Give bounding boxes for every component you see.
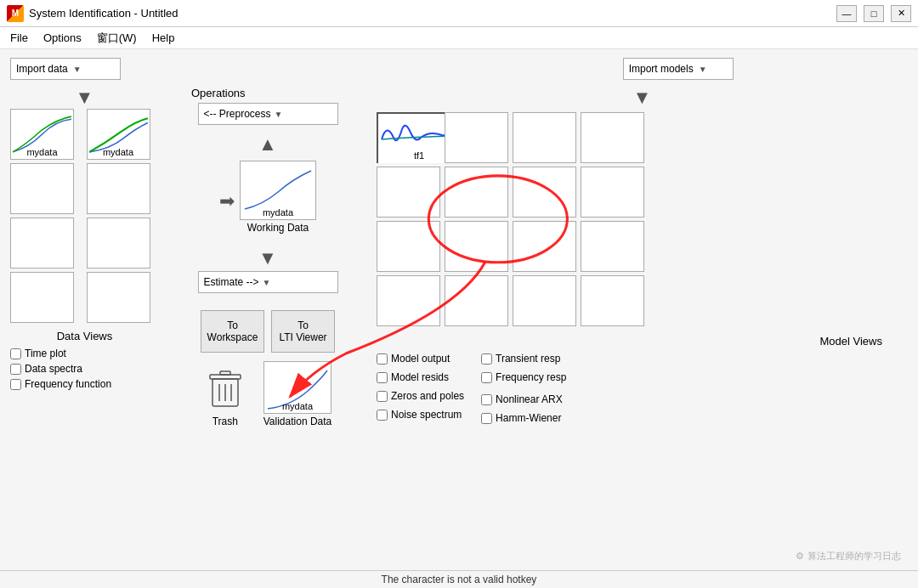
up-arrow-preprocess: ▲ <box>258 135 277 154</box>
status-bar: The character is not a valid hotkey <box>0 570 918 588</box>
menu-help[interactable]: Help <box>145 30 182 46</box>
freqfunc-checkbox-item: Frequency function <box>10 378 159 390</box>
model-cell-r4c4[interactable] <box>581 275 644 326</box>
timeplot-checkbox[interactable] <box>10 348 21 359</box>
title-bar: M System Identification - Untitled — □ ✕ <box>0 0 918 27</box>
data-cell-r4r[interactable] <box>87 272 150 323</box>
model-cell-r4c1[interactable] <box>377 275 440 326</box>
model-grid-row-2 <box>377 167 908 218</box>
working-data-cell[interactable]: mydata <box>240 161 316 220</box>
data-cells-grid: mydata mydata <box>10 109 159 323</box>
operations-label: Operations <box>191 87 246 99</box>
model-grid-row-4 <box>377 275 908 326</box>
modeloutput-checkbox[interactable] <box>377 353 388 365</box>
dataspectra-label: Data spectra <box>25 363 82 375</box>
trash-container: Trash <box>204 363 246 427</box>
data-cell-top-left-label: mydata <box>11 147 73 157</box>
estimate-dropdown[interactable]: Estimate --> ▼ <box>198 271 338 293</box>
left-panel: ▼ mydata <box>10 87 159 540</box>
to-lti-viewer-button[interactable]: ToLTI Viewer <box>271 310 335 353</box>
window-title: System Identification - Untitled <box>29 7 836 20</box>
dataspectra-checkbox-item: Data spectra <box>10 363 159 375</box>
model-cell-r1c2[interactable] <box>445 112 508 163</box>
data-cell-r4l[interactable] <box>10 272 74 323</box>
model-cell-r1c4[interactable] <box>581 112 644 163</box>
modeloutput-label: Model output <box>391 353 450 365</box>
menu-window[interactable]: 窗口(W) <box>90 29 144 48</box>
dataspectra-checkbox[interactable] <box>10 364 21 375</box>
app-icon: M <box>7 5 24 22</box>
validation-data-cell[interactable]: mydata <box>264 361 332 414</box>
model-views-label: Model Views <box>377 335 891 348</box>
preprocess-arrow: ▼ <box>275 110 283 119</box>
import-models-dropdown[interactable]: Import models ▼ <box>623 58 734 80</box>
model-cell-r2c4[interactable] <box>581 167 644 218</box>
close-button[interactable]: ✕ <box>891 5 911 22</box>
preprocess-dropdown[interactable]: <-- Preprocess ▼ <box>198 103 338 125</box>
freqresp-checkbox[interactable] <box>481 372 492 383</box>
noisespectrum-checkbox[interactable] <box>377 410 388 421</box>
minimize-button[interactable]: — <box>836 5 857 22</box>
import-models-arrow-down: ▼ <box>633 88 652 107</box>
data-cell-top-left[interactable]: mydata <box>10 109 74 160</box>
model-cell-r3c2[interactable] <box>445 221 508 272</box>
action-buttons: ToWorkspace ToLTI Viewer <box>201 310 335 353</box>
hamm-label: Hamm-Wiener <box>496 412 561 424</box>
model-cell-r3c4[interactable] <box>581 221 644 272</box>
hamm-checkbox[interactable] <box>481 413 492 424</box>
zeropoles-label: Zeros and poles <box>391 390 464 402</box>
data-cell-r3r[interactable] <box>87 218 150 269</box>
transient-label: Transient resp <box>496 353 560 365</box>
hamm-item: Hamm-Wiener <box>481 412 566 424</box>
modelresids-label: Model resids <box>391 371 449 383</box>
model-cell-r2c1[interactable] <box>377 167 440 218</box>
freqfunc-label: Frequency function <box>25 378 111 390</box>
data-cell-r2l[interactable] <box>10 163 74 214</box>
top-row: Import data ▼ Import models ▼ <box>10 58 908 80</box>
transient-checkbox[interactable] <box>481 353 492 365</box>
working-data-title: Working Data <box>247 222 309 234</box>
to-workspace-button[interactable]: ToWorkspace <box>201 310 264 353</box>
validation-container: mydata Validation Data <box>264 361 332 427</box>
right-models-area: ▼ tf1 <box>377 87 908 540</box>
timeplot-checkbox-item: Time plot <box>10 348 159 359</box>
data-cell-top-right-label: mydata <box>88 147 150 157</box>
data-cell-r2r[interactable] <box>87 163 150 214</box>
timeplot-label: Time plot <box>25 348 66 359</box>
model-cell-r4c2[interactable] <box>445 275 508 326</box>
model-checkboxes-left: Model output Model resids Zeros and pole… <box>377 353 464 427</box>
import-data-dropdown[interactable]: Import data ▼ <box>10 58 121 80</box>
model-checkboxes-right: Transient resp Frequency resp Nonlinear … <box>481 353 566 427</box>
maximize-button[interactable]: □ <box>864 5 884 22</box>
menu-options[interactable]: Options <box>37 30 88 46</box>
model-cell-r4c3[interactable] <box>513 275 576 326</box>
trash-icon[interactable] <box>204 363 246 414</box>
model-cell-r3c1[interactable] <box>377 221 440 272</box>
model-cell-r3c3[interactable] <box>513 221 576 272</box>
bottom-icons: Trash mydata Validation Data <box>204 361 332 427</box>
preprocess-row: <-- Preprocess ▼ <box>174 103 361 125</box>
freqfunc-checkbox[interactable] <box>10 379 21 390</box>
menu-file[interactable]: File <box>3 30 35 46</box>
model-cell-r1c3[interactable] <box>513 112 576 163</box>
transient-item: Transient resp <box>481 353 566 365</box>
data-cell-top-right[interactable]: mydata <box>87 109 150 160</box>
model-views-checkboxes: Model output Model resids Zeros and pole… <box>377 353 908 427</box>
model-grid-row-1: tf1 <box>377 112 908 163</box>
zeropoles-checkbox[interactable] <box>377 391 388 402</box>
model-cell-r2c2[interactable] <box>445 167 508 218</box>
nonlinear-item: Nonlinear ARX <box>481 393 566 405</box>
trash-label: Trash <box>212 416 238 427</box>
window-controls: — □ ✕ <box>836 5 911 22</box>
noisespectrum-item: Noise spectrum <box>377 409 464 421</box>
main-content: Import data ▼ Import models ▼ ▼ <box>0 49 918 588</box>
nonlinear-checkbox[interactable] <box>481 394 492 405</box>
zeropoles-item: Zeros and poles <box>377 390 464 402</box>
noisespectrum-label: Noise spectrum <box>391 409 462 421</box>
svg-rect-5 <box>220 371 230 375</box>
validation-data-label: Validation Data <box>264 416 332 427</box>
modelresids-checkbox[interactable] <box>377 372 388 383</box>
data-cell-r3l[interactable] <box>10 218 74 269</box>
model-cell-r2c3[interactable] <box>513 167 576 218</box>
freqresp-item: Frequency resp <box>481 371 566 383</box>
